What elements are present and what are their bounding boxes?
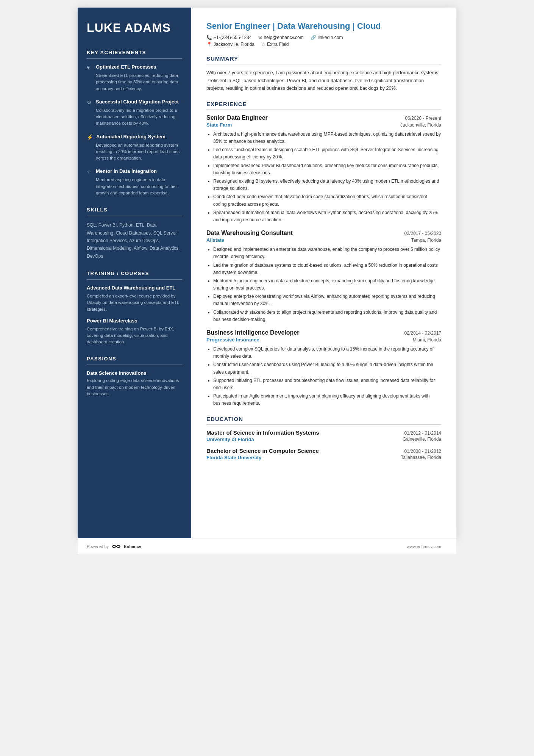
edu-location: Tallahassee, Florida [401,455,441,460]
powered-by-label: Powered by [87,544,109,549]
achievement-item: ⚡ Automated Reporting System Developed a… [87,134,182,162]
training-title: Advanced Data Warehousing and ETL [87,285,182,291]
edu-school: Florida State University [206,455,261,460]
exp-job-title: Data Warehousing Consultant [206,230,293,236]
candidate-name: LUKE ADAMS [87,21,182,34]
exp-dates: 02/2014 - 02/2017 [404,330,441,336]
achievement-desc: Mentored aspiring engineers in data inte… [87,177,182,196]
achievement-header: ⚡ Automated Reporting System [87,134,182,140]
job-entry: Data Warehousing Consultant 03/2017 - 05… [206,230,441,323]
education-divider [206,424,441,425]
education-heading: EDUCATION [206,416,441,422]
training-list: Advanced Data Warehousing and ETL Comple… [87,285,182,345]
bullet-item: Redesigned existing BI systems, effectiv… [213,178,441,192]
job-entry: Business Intelligence Developer 02/2014 … [206,329,441,407]
exp-bullets: Architected a high-performance data ware… [206,131,441,224]
contact-phone: 📞 +1-(234)-555-1234 [206,35,251,40]
achievements-heading: KEY ACHIEVEMENTS [87,50,182,55]
achievement-item: ⚙ Successful Cloud Migration Project Col… [87,99,182,127]
extra-text: Extra Field [267,42,289,47]
main-header: Senior Engineer | Data Warehousing | Clo… [206,21,441,47]
skills-text: SQL, Power BI, Python, ETL, Data Warehou… [87,221,182,260]
gear-icon: ⚙ [87,99,93,105]
contact-row: 📞 +1-(234)-555-1234 ✉ help@enhancv.com 🔗… [206,35,441,40]
exp-bullets: Developed complex SQL queries for data a… [206,346,441,407]
bullet-item: Deployed enterprise orchestrating workfl… [213,293,441,307]
brand-name: Enhancv [124,544,141,549]
location-text: Jacksonville, Florida [214,42,255,47]
training-divider [87,279,182,280]
skills-heading: SKILLS [87,207,182,213]
passions-divider [87,365,182,365]
edu-header: Bachelor of Science in Computer Science … [206,448,441,454]
bullet-item: Led the migration of database systems to… [213,262,441,276]
achievements-divider [87,58,182,59]
contact-extra: ☆ Extra Field [261,42,289,47]
edu-school-row: Florida State University Tallahassee, Fl… [206,455,441,460]
bullet-item: Supported initiating ETL processes and t… [213,377,441,391]
exp-company: Allstate [206,237,224,243]
achievement-title: Optimized ETL Processes [96,64,156,70]
powered-by: Powered by Enhancv [87,543,141,550]
exp-dates: 03/2017 - 05/2020 [404,231,441,236]
phone-text: +1-(234)-555-1234 [214,35,251,40]
bullet-item: Conducted peer code reviews that elevate… [213,193,441,208]
exp-header: Senior Data Engineer 06/2020 - Present [206,114,441,121]
exp-location: Miami, Florida [413,337,441,343]
training-desc: Completed an expert-level course provide… [87,293,182,313]
link-icon: 🔗 [311,35,316,40]
bullet-item: Implemented advanced Power BI dashboard … [213,162,441,177]
exp-dates: 06/2020 - Present [405,116,441,121]
training-heading: TRAINING / COURSES [87,271,182,276]
contact-email: ✉ help@enhancv.com [258,35,303,40]
experience-divider [206,110,441,110]
job-entry: Senior Data Engineer 06/2020 - Present S… [206,114,441,224]
edu-entry: Bachelor of Science in Computer Science … [206,448,441,460]
contact-location: 📍 Jacksonville, Florida [206,42,255,47]
resume-container: LUKE ADAMS KEY ACHIEVEMENTS ♥ Optimized … [78,8,456,538]
edu-dates: 01/2012 - 01/2014 [404,430,441,436]
bullet-item: Spearheaded automation of manual data wo… [213,209,441,224]
exp-company-row: Allstate Tampa, Florida [206,237,441,243]
edu-degree: Master of Science in Information Systems [206,429,319,436]
bullet-item: Mentored 5 junior engineers in data arch… [213,277,441,292]
training-desc: Comprehensive training on Power BI by Ed… [87,326,182,346]
main-content: Senior Engineer | Data Warehousing | Clo… [191,8,456,538]
passions-list: Data Science Innovations Exploring cutti… [87,370,182,397]
skills-divider [87,216,182,216]
exp-location: Tampa, Florida [411,238,441,243]
bullet-item: Architected a high-performance data ware… [213,131,441,145]
achievement-header: ♥ Optimized ETL Processes [87,64,182,70]
exp-company-row: Progressive Insurance Miami, Florida [206,337,441,343]
linkedin-text: linkedin.com [318,35,343,40]
passion-desc: Exploring cutting-edge data science inno… [87,377,182,397]
experience-heading: EXPERIENCE [206,101,441,107]
achievement-header: ☆ Mentor in Data Integration [87,168,182,175]
bullet-item: Led cross-functional teams in designing … [213,146,441,161]
achievement-desc: Streamlined ETL processes, reducing data… [87,72,182,92]
footer-website: www.enhancv.com [407,544,441,549]
extra-icon: ☆ [261,42,265,47]
bullet-item: Developed complex SQL queries for data a… [213,346,441,360]
exp-company: Progressive Insurance [206,337,259,343]
passions-heading: PASSIONS [87,356,182,362]
phone-icon: 📞 [206,35,212,40]
exp-job-title: Business Intelligence Developer [206,329,299,336]
achievement-title: Automated Reporting System [96,134,166,140]
heart-icon: ♥ [87,64,93,70]
edu-location: Gainesville, Florida [403,437,441,442]
email-text: help@enhancv.com [264,35,303,40]
contact-linkedin: 🔗 linkedin.com [311,35,343,40]
star-icon: ☆ [87,169,93,175]
achievement-desc: Collaboratively led a migration project … [87,107,182,127]
sidebar: LUKE ADAMS KEY ACHIEVEMENTS ♥ Optimized … [78,8,191,538]
training-item: Power BI Masterclass Comprehensive train… [87,318,182,346]
achievement-title: Successful Cloud Migration Project [96,99,179,105]
achievement-header: ⚙ Successful Cloud Migration Project [87,99,182,105]
summary-heading: SUMMARY [206,55,441,62]
exp-header: Business Intelligence Developer 02/2014 … [206,329,441,336]
email-icon: ✉ [258,35,262,40]
edu-school: University of Florida [206,437,254,442]
location-icon: 📍 [206,42,212,47]
achievements-list: ♥ Optimized ETL Processes Streamlined ET… [87,64,182,196]
